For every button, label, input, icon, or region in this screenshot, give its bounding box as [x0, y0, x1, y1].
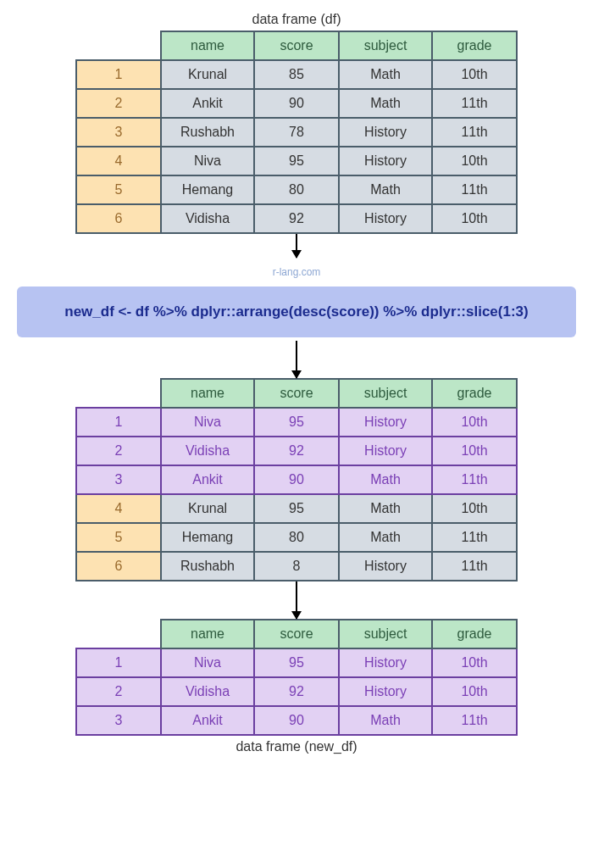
cell-score: 90 — [254, 465, 339, 494]
row-index: 6 — [76, 552, 161, 581]
cell-subject: History — [339, 648, 432, 677]
cell-name: Rushabh — [161, 552, 254, 581]
col-header-grade: grade — [432, 31, 517, 60]
cell-subject: Math — [339, 523, 432, 552]
table-row: 4Krunal95Math10th — [76, 494, 517, 523]
cell-grade: 10th — [432, 677, 517, 706]
arrow-down-icon — [296, 341, 297, 378]
table-row: 4Niva95History10th — [76, 147, 517, 175]
cell-score: 90 — [254, 706, 339, 735]
cell-name: Niva — [161, 147, 254, 175]
cell-grade: 10th — [432, 147, 517, 175]
cell-name: Vidisha — [161, 204, 254, 233]
row-index: 3 — [76, 118, 161, 147]
cell-subject: Math — [339, 706, 432, 735]
col-header-score: score — [254, 379, 339, 408]
row-index: 4 — [76, 494, 161, 523]
cell-name: Krunal — [161, 60, 254, 89]
row-index: 4 — [76, 147, 161, 175]
row-index: 2 — [76, 89, 161, 118]
table-row: 1Niva95History10th — [76, 408, 517, 437]
col-header-subject: subject — [339, 620, 432, 648]
cell-name: Krunal — [161, 494, 254, 523]
cell-score: 92 — [254, 677, 339, 706]
col-header-subject: subject — [339, 31, 432, 60]
cell-subject: Math — [339, 465, 432, 494]
cell-score: 95 — [254, 408, 339, 437]
table-row: 3Ankit90Math11th — [76, 706, 517, 735]
cell-grade: 11th — [432, 118, 517, 147]
cell-grade: 11th — [432, 89, 517, 118]
row-index: 1 — [76, 60, 161, 89]
cell-score: 90 — [254, 89, 339, 118]
cell-subject: Math — [339, 175, 432, 204]
cell-score: 80 — [254, 523, 339, 552]
col-header-score: score — [254, 620, 339, 648]
cell-subject: Math — [339, 494, 432, 523]
cell-score: 80 — [254, 175, 339, 204]
cell-name: Hemang — [161, 523, 254, 552]
col-header-name: name — [161, 31, 254, 60]
cell-score: 95 — [254, 147, 339, 175]
col-header-name: name — [161, 379, 254, 408]
arrow-down-icon — [296, 234, 297, 258]
cell-name: Niva — [161, 648, 254, 677]
table-row: 3Rushabh78History11th — [76, 118, 517, 147]
cell-grade: 10th — [432, 204, 517, 233]
table-df: name score subject grade 1Krunal85Math10… — [75, 31, 518, 234]
table-new-df: name score subject grade 1Niva95History1… — [75, 619, 518, 736]
cell-grade: 11th — [432, 552, 517, 581]
idx-spacer — [76, 31, 161, 60]
row-index: 1 — [76, 408, 161, 437]
cell-name: Niva — [161, 408, 254, 437]
cell-grade: 11th — [432, 706, 517, 735]
top-label: data frame (df) — [252, 12, 341, 27]
table-row: 3Ankit90Math11th — [76, 465, 517, 494]
table-row: 5Hemang80Math11th — [76, 175, 517, 204]
code-snippet: new_df <- df %>% dplyr::arrange(desc(sco… — [17, 287, 576, 337]
cell-name: Ankit — [161, 89, 254, 118]
table-row: 1Krunal85Math10th — [76, 60, 517, 89]
cell-name: Hemang — [161, 175, 254, 204]
cell-subject: History — [339, 408, 432, 437]
row-index: 5 — [76, 523, 161, 552]
cell-score: 8 — [254, 552, 339, 581]
bottom-label: data frame (new_df) — [236, 739, 357, 754]
table-row: 6Rushabh8History11th — [76, 552, 517, 581]
cell-name: Vidisha — [161, 437, 254, 465]
cell-score: 92 — [254, 437, 339, 465]
table-row: 1Niva95History10th — [76, 648, 517, 677]
cell-subject: History — [339, 437, 432, 465]
row-index: 5 — [76, 175, 161, 204]
cell-grade: 11th — [432, 523, 517, 552]
table-row: 2Ankit90Math11th — [76, 89, 517, 118]
table-row: 5Hemang80Math11th — [76, 523, 517, 552]
cell-subject: Math — [339, 89, 432, 118]
cell-grade: 10th — [432, 60, 517, 89]
cell-grade: 11th — [432, 175, 517, 204]
cell-grade: 10th — [432, 437, 517, 465]
row-index: 3 — [76, 706, 161, 735]
watermark: r-lang.com — [273, 266, 321, 278]
cell-grade: 10th — [432, 408, 517, 437]
cell-score: 85 — [254, 60, 339, 89]
cell-score: 95 — [254, 494, 339, 523]
col-header-name: name — [161, 620, 254, 648]
cell-score: 78 — [254, 118, 339, 147]
col-header-score: score — [254, 31, 339, 60]
col-header-grade: grade — [432, 620, 517, 648]
table-row: 6Vidisha92History10th — [76, 204, 517, 233]
cell-subject: History — [339, 118, 432, 147]
cell-grade: 10th — [432, 494, 517, 523]
row-index: 1 — [76, 648, 161, 677]
arrow-down-icon — [296, 581, 297, 619]
table-row: 2Vidisha92History10th — [76, 437, 517, 465]
row-index: 6 — [76, 204, 161, 233]
table-row: 2Vidisha92History10th — [76, 677, 517, 706]
cell-name: Rushabh — [161, 118, 254, 147]
idx-spacer — [76, 620, 161, 648]
row-index: 2 — [76, 677, 161, 706]
cell-subject: Math — [339, 60, 432, 89]
cell-subject: History — [339, 204, 432, 233]
cell-name: Vidisha — [161, 677, 254, 706]
